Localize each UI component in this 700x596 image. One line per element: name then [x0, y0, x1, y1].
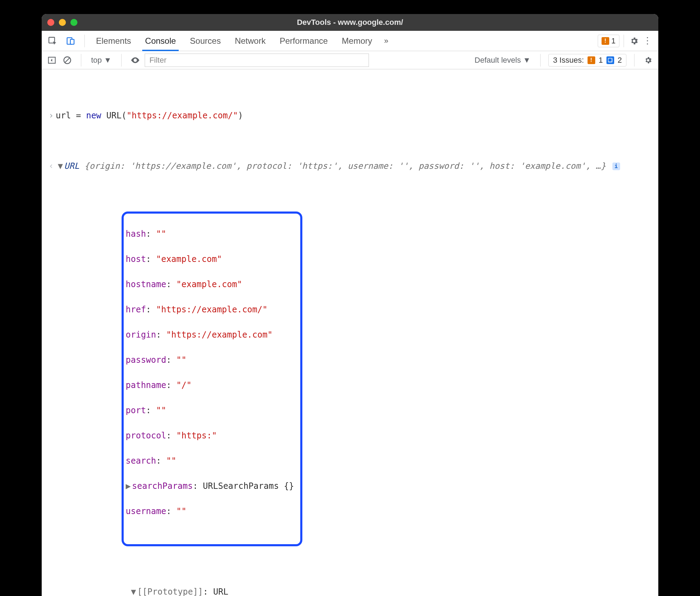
clear-console-icon[interactable] — [61, 54, 73, 66]
result-icon: ‹ — [47, 160, 56, 172]
console-sidebar-toggle-icon[interactable] — [46, 54, 58, 66]
execution-context-label: top — [91, 56, 102, 65]
chevron-down-icon: ▼ — [523, 56, 531, 65]
divider — [634, 54, 634, 67]
tab-overflow-button[interactable]: » — [379, 31, 393, 51]
divider — [84, 35, 85, 47]
divider — [624, 35, 624, 47]
issues-warning-count: 1 — [611, 36, 616, 46]
more-menu-icon[interactable]: ⋮ — [640, 35, 655, 46]
svg-rect-2 — [70, 39, 74, 44]
warning-icon: ! — [588, 56, 595, 64]
divider — [540, 54, 541, 67]
issues-chip[interactable]: 3 Issues: ! 1 ❑ 2 — [548, 54, 626, 67]
console-output[interactable]: › url = new URL("https://example.com/") … — [42, 69, 658, 596]
info-badge-icon[interactable]: i — [612, 162, 620, 170]
minimize-window-button[interactable] — [59, 19, 66, 26]
console-input-row[interactable]: › url = new URL("https://example.com/") — [42, 109, 658, 122]
issues-warn-count: 1 — [599, 56, 603, 65]
prop-row: protocol: "https:" — [126, 429, 294, 442]
warning-icon: ! — [602, 37, 609, 45]
panel-tabstrip: Elements Console Sources Network Perform… — [42, 31, 658, 51]
svg-point-5 — [135, 59, 136, 61]
prop-row: href: "https://example.com/" — [126, 303, 294, 316]
execution-context-select[interactable]: top ▼ — [89, 56, 114, 65]
tab-memory[interactable]: Memory — [335, 31, 379, 51]
live-expression-eye-icon[interactable] — [129, 54, 141, 66]
tab-sources[interactable]: Sources — [183, 31, 228, 51]
chevron-down-icon: ▼ — [104, 56, 112, 65]
prop-row: ▶searchParams: URLSearchParams {} — [126, 480, 294, 492]
prompt-icon: › — [47, 109, 56, 122]
tab-network[interactable]: Network — [228, 31, 273, 51]
close-window-button[interactable] — [47, 19, 54, 26]
issues-label: 3 Issues: — [553, 56, 584, 65]
tab-console[interactable]: Console — [138, 31, 183, 51]
highlighted-own-props: hash: "" host: "example.com" hostname: "… — [122, 212, 302, 546]
log-level-label: Default levels — [475, 56, 521, 65]
divider — [121, 54, 122, 67]
devtools-window: DevTools - www.google.com/ Elements Cons… — [42, 14, 658, 596]
prop-row: host: "example.com" — [126, 253, 294, 265]
console-result-preview[interactable]: ‹ ▼URL {origin: 'https://example.com', p… — [42, 160, 658, 172]
device-toolbar-icon[interactable] — [65, 35, 77, 47]
prototype-header-row[interactable]: ▼[[Prototype]]: URL — [42, 573, 658, 596]
issues-warning-badge[interactable]: ! 1 — [598, 35, 619, 47]
prop-row: username: "" — [126, 505, 294, 518]
settings-gear-icon[interactable] — [628, 35, 640, 47]
tab-elements[interactable]: Elements — [89, 31, 138, 51]
info-icon: ❑ — [606, 56, 614, 64]
issues-info-count: 2 — [618, 56, 622, 65]
prop-row: origin: "https://example.com" — [126, 328, 294, 341]
inspect-element-icon[interactable] — [47, 35, 59, 47]
console-toolbar: top ▼ Default levels ▼ 3 Issues: ! 1 ❑ 2 — [42, 51, 658, 69]
expand-toggle-icon[interactable]: ▼ — [131, 585, 137, 596]
traffic-lights — [47, 19, 77, 26]
divider — [81, 54, 81, 67]
prop-row: search: "" — [126, 455, 294, 467]
expand-toggle-icon[interactable]: ▶ — [126, 480, 132, 492]
expand-toggle-icon[interactable]: ▼ — [58, 160, 64, 172]
console-settings-gear-icon[interactable] — [642, 54, 654, 66]
window-title: DevTools - www.google.com/ — [42, 18, 658, 27]
prop-row: port: "" — [126, 404, 294, 417]
prop-row: pathname: "/" — [126, 379, 294, 391]
log-level-select[interactable]: Default levels ▼ — [475, 56, 533, 65]
window-titlebar: DevTools - www.google.com/ — [42, 14, 658, 31]
prop-row: hash: "" — [126, 228, 294, 240]
console-filter-input[interactable] — [145, 54, 369, 67]
prop-row: hostname: "example.com" — [126, 278, 294, 291]
zoom-window-button[interactable] — [70, 19, 77, 26]
prop-row: password: "" — [126, 354, 294, 366]
tab-performance[interactable]: Performance — [273, 31, 335, 51]
